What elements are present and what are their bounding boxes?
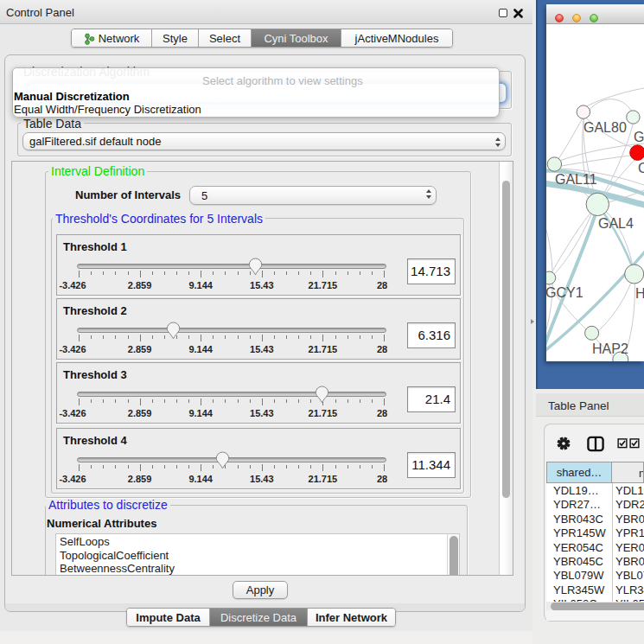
svg-text:GA: GA [634, 130, 644, 144]
svg-text:GCY1: GCY1 [546, 285, 583, 300]
svg-text:GAL80: GAL80 [583, 120, 627, 135]
svg-text:C: C [638, 161, 644, 175]
svg-text:GAL11: GAL11 [555, 172, 597, 187]
svg-text:GAL4: GAL4 [598, 216, 634, 231]
svg-text:HAP2: HAP2 [592, 341, 628, 356]
svg-text:H: H [635, 286, 644, 301]
